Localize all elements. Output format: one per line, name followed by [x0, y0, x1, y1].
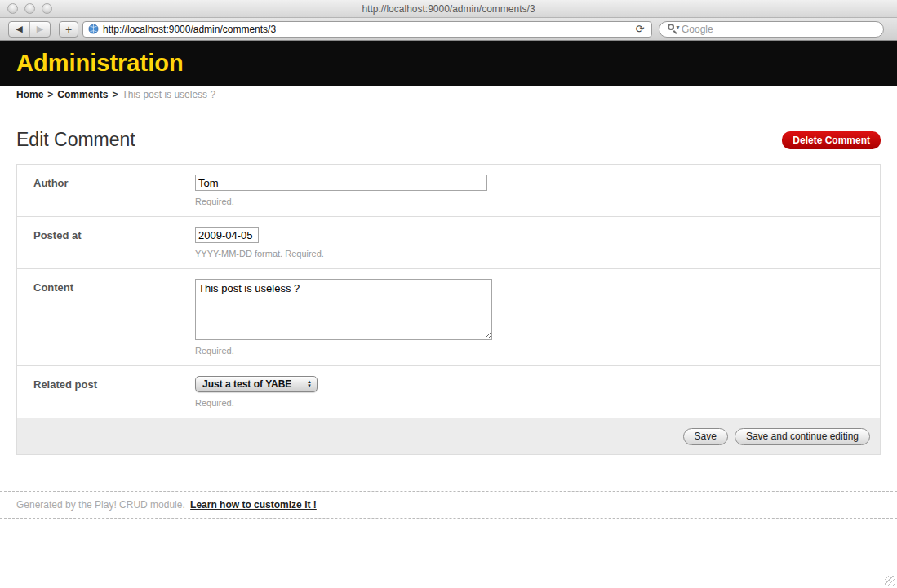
- edit-comment-form: Author Required. Posted at YYYY-MM-DD fo…: [16, 164, 881, 455]
- related-post-label: Related post: [33, 376, 195, 408]
- search-placeholder: Google: [682, 24, 713, 35]
- form-row-posted-at: Posted at YYYY-MM-DD format. Required.: [17, 217, 880, 269]
- search-icon: ▼: [668, 24, 679, 34]
- breadcrumb: Home > Comments > This post is useless ?: [0, 86, 897, 104]
- related-post-selected-value: Just a test of YABE: [196, 378, 304, 390]
- breadcrumb-separator: >: [47, 89, 53, 100]
- form-row-content: Content This post is useless ? Required.: [17, 269, 880, 366]
- save-button[interactable]: Save: [683, 428, 728, 445]
- delete-comment-button[interactable]: Delete Comment: [782, 131, 881, 149]
- title-row: Edit Comment Delete Comment: [16, 129, 881, 151]
- author-field[interactable]: [195, 175, 487, 191]
- footer-customize-link[interactable]: Learn how to customize it !: [190, 499, 317, 511]
- search-input[interactable]: ▼ Google: [659, 21, 884, 38]
- refresh-button[interactable]: ⟳: [631, 23, 649, 36]
- related-post-select[interactable]: Just a test of YABE ▲ ▼: [195, 376, 318, 392]
- nav-button-group: ◀ ▶: [8, 21, 51, 38]
- related-post-hint: Required.: [195, 398, 318, 408]
- search-dropdown-icon[interactable]: ▼: [675, 24, 681, 30]
- form-actions-bar: Save Save and continue editing: [17, 418, 880, 454]
- select-stepper-icon: ▲ ▼: [304, 380, 317, 388]
- page-title: Edit Comment: [16, 129, 135, 151]
- address-bar[interactable]: http://localhost:9000/admin/comments/3 ⟳: [82, 21, 652, 38]
- breadcrumb-home-link[interactable]: Home: [16, 89, 43, 100]
- content-label: Content: [33, 279, 195, 356]
- author-hint: Required.: [195, 197, 487, 206]
- posted-at-hint: YYYY-MM-DD format. Required.: [195, 249, 324, 259]
- admin-header: Administration: [0, 41, 897, 86]
- url-text[interactable]: http://localhost:9000/admin/comments/3: [103, 24, 276, 35]
- back-button[interactable]: ◀: [9, 22, 29, 37]
- main-area: Edit Comment Delete Comment Author Requi…: [0, 129, 897, 455]
- breadcrumb-current: This post is useless ?: [122, 89, 215, 100]
- window-title: http://localhost:9000/admin/comments/3: [0, 3, 897, 15]
- forward-button[interactable]: ▶: [29, 22, 50, 37]
- new-tab-button[interactable]: +: [59, 21, 78, 38]
- form-row-related-post: Related post Just a test of YABE ▲ ▼ Req…: [17, 366, 880, 418]
- content-field[interactable]: This post is useless ?: [195, 279, 492, 340]
- footer-text: Generated by the Play! CRUD module.: [16, 499, 185, 511]
- globe-icon: [88, 24, 99, 34]
- posted-at-label: Posted at: [33, 227, 195, 259]
- browser-titlebar: http://localhost:9000/admin/comments/3: [0, 0, 897, 18]
- author-label: Author: [33, 175, 195, 206]
- content-hint: Required.: [195, 346, 492, 356]
- window-resize-grip[interactable]: [885, 576, 895, 586]
- breadcrumb-separator: >: [112, 89, 118, 100]
- site-footer: Generated by the Play! CRUD module. Lear…: [0, 491, 897, 519]
- app-title: Administration: [16, 50, 184, 77]
- posted-at-field[interactable]: [195, 227, 259, 243]
- page-content: Administration Home > Comments > This po…: [0, 41, 897, 588]
- browser-toolbar: ◀ ▶ + http://localhost:9000/admin/commen…: [0, 18, 897, 41]
- breadcrumb-comments-link[interactable]: Comments: [57, 89, 108, 100]
- save-and-continue-button[interactable]: Save and continue editing: [735, 428, 870, 445]
- form-row-author: Author Required.: [17, 165, 880, 217]
